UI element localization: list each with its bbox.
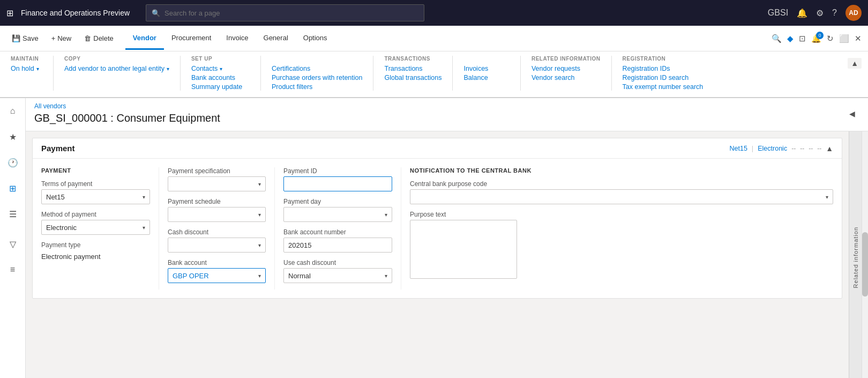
nav-invoice[interactable]: Invoice xyxy=(219,27,256,50)
ribbon-toolbar: 💾 Save + New 🗑 Delete Vendor Procurement… xyxy=(0,26,868,51)
save-label: Save xyxy=(23,34,39,42)
sidebar-workspace-icon[interactable]: ⊞ xyxy=(4,180,21,197)
purchase-orders-link[interactable]: Purchase orders with retention xyxy=(272,74,363,81)
vendor-requests-link[interactable]: Vendor requests xyxy=(532,65,601,72)
sidebar-home-icon[interactable]: ⌂ xyxy=(4,102,21,120)
purpose-text-input[interactable] xyxy=(410,220,517,279)
save-button[interactable]: 💾 Save xyxy=(6,31,44,46)
nav-procurement[interactable]: Procurement xyxy=(164,27,219,50)
on-hold-link[interactable]: On hold ▾ xyxy=(11,65,42,72)
sidebar-star-icon[interactable]: ★ xyxy=(4,128,21,145)
ribbon-group-setup2: Set up Certifications Purchase orders wi… xyxy=(261,56,374,91)
notification-group-title: NOTIFICATION TO THE CENTRAL BANK xyxy=(410,167,833,174)
central-bank-purpose-code-dropdown[interactable]: ▾ xyxy=(410,189,833,204)
invoices-link[interactable]: Invoices xyxy=(463,65,509,72)
use-cash-discount-label: Use cash discount xyxy=(283,259,392,266)
refresh-icon[interactable]: ↻ xyxy=(827,34,834,43)
delete-label: Delete xyxy=(93,34,114,42)
method-of-payment-dropdown[interactable]: Electronic ▾ xyxy=(41,220,150,235)
ribbon-group-transactions2: Transactions Invoices Balance xyxy=(453,56,520,91)
terms-chevron-icon: ▾ xyxy=(143,194,145,200)
help-icon[interactable]: ? xyxy=(832,8,837,18)
contacts-label: Contacts xyxy=(191,65,218,72)
vendor-search-link[interactable]: Vendor search xyxy=(532,74,601,81)
app-grid-icon[interactable]: ⊞ xyxy=(6,8,13,18)
certifications-label: Certifications xyxy=(272,65,310,72)
use-cash-discount-dropdown[interactable]: Normal ▾ xyxy=(283,268,392,283)
registration-ids-link[interactable]: Registration IDs xyxy=(623,65,704,72)
balance-link[interactable]: Balance xyxy=(463,74,509,81)
transactions-link[interactable]: Transactions xyxy=(384,65,442,72)
close-icon[interactable]: ✕ xyxy=(855,34,862,43)
ribbon-collapse-button[interactable]: ▲ xyxy=(848,58,862,69)
add-vendor-link[interactable]: Add vendor to another legal entity ▾ xyxy=(64,65,169,72)
on-hold-chevron: ▾ xyxy=(36,66,39,72)
registration-id-search-link[interactable]: Registration ID search xyxy=(623,74,704,81)
cash-discount-dropdown[interactable]: ▾ xyxy=(168,238,266,253)
registration-ids-label: Registration IDs xyxy=(623,65,670,72)
search-icon: 🔍 xyxy=(152,9,160,17)
new-button[interactable]: + New xyxy=(46,31,77,46)
add-vendor-chevron: ▾ xyxy=(167,66,169,72)
nav-general[interactable]: General xyxy=(256,27,296,50)
spec-chevron-icon: ▾ xyxy=(258,181,261,187)
ribbon-diamond-icon[interactable]: ◆ xyxy=(787,34,794,43)
sidebar-lines-icon[interactable]: ≡ xyxy=(4,261,21,278)
scrollbar-track[interactable] xyxy=(862,131,868,378)
payment-spec-dropdown[interactable]: ▾ xyxy=(168,176,266,191)
sidebar-history-icon[interactable]: 🕐 xyxy=(4,154,21,171)
payment-day-dropdown[interactable]: ▾ xyxy=(283,207,392,222)
payment-type-group: Payment type Electronic payment xyxy=(41,241,150,263)
search-bar[interactable]: 🔍 xyxy=(146,4,424,21)
delete-button[interactable]: 🗑 Delete xyxy=(79,31,119,46)
contacts-link[interactable]: Contacts ▾ xyxy=(191,65,250,72)
sidebar-filter-icon[interactable]: ▽ xyxy=(4,235,21,253)
ribbon-search-icon[interactable]: 🔍 xyxy=(772,34,782,43)
dropdown-ribbon: Maintain On hold ▾ Copy Add vendor to an… xyxy=(0,51,868,98)
search-input[interactable] xyxy=(164,9,418,17)
bank-accounts-link[interactable]: Bank accounts xyxy=(191,74,250,81)
open-new-icon[interactable]: ⬜ xyxy=(839,34,849,43)
scrollbar-thumb[interactable] xyxy=(862,232,868,297)
use-cash-discount-value: Normal xyxy=(288,272,311,280)
product-filters-link[interactable]: Product filters xyxy=(272,83,363,91)
bank-accounts-label: Bank accounts xyxy=(191,74,235,81)
settings-icon[interactable]: ⚙ xyxy=(816,8,824,18)
section-collapse-icon[interactable]: ▲ xyxy=(826,144,833,153)
user-avatar[interactable]: AD xyxy=(845,5,862,21)
global-transactions-link[interactable]: Global transactions xyxy=(384,74,442,81)
breadcrumb[interactable]: All vendors xyxy=(34,102,841,110)
bank-account-dropdown[interactable]: GBP OPER ▾ xyxy=(168,268,266,283)
sidebar-list-icon[interactable]: ☰ xyxy=(4,205,21,223)
delete-icon: 🗑 xyxy=(84,34,91,42)
right-panel[interactable]: Related information xyxy=(849,131,862,378)
payment-schedule-dropdown[interactable]: ▾ xyxy=(168,207,266,222)
payment-day-chevron-icon: ▾ xyxy=(385,212,387,218)
payment-id-input[interactable] xyxy=(283,176,392,191)
ribbon-nav: Vendor Procurement Invoice General Optio… xyxy=(125,27,335,50)
global-transactions-label: Global transactions xyxy=(384,74,442,81)
notification-icon[interactable]: 🔔 xyxy=(797,8,807,18)
vendor-requests-label: Vendor requests xyxy=(532,65,580,72)
terms-of-payment-dropdown[interactable]: Net15 ▾ xyxy=(41,189,150,204)
nav-options[interactable]: Options xyxy=(296,27,335,50)
electronic-tag[interactable]: Electronic xyxy=(758,145,787,152)
ribbon-pane-icon[interactable]: ⊡ xyxy=(799,34,806,43)
certifications-link[interactable]: Certifications xyxy=(272,65,363,72)
group-title-maintain: Maintain xyxy=(11,56,42,62)
save-icon: 💾 xyxy=(12,34,20,42)
page-header-collapse-icon[interactable]: ◀ xyxy=(847,107,857,120)
bank-account-number-label: Bank account number xyxy=(283,228,392,236)
product-filters-label: Product filters xyxy=(272,83,312,91)
right-panel-label: Related information xyxy=(852,227,859,288)
net15-tag[interactable]: Net15 xyxy=(730,145,747,152)
vendor-search-label: Vendor search xyxy=(532,74,575,81)
tax-exempt-link[interactable]: Tax exempt number search xyxy=(623,83,704,91)
bank-account-group: Bank account GBP OPER ▾ xyxy=(168,259,266,283)
summary-update-link[interactable]: Summary update xyxy=(191,83,250,91)
ribbon-group-transactions: Transactions Transactions Global transac… xyxy=(373,56,453,91)
bank-account-value: GBP OPER xyxy=(173,272,209,280)
bank-account-chevron-icon: ▾ xyxy=(258,273,261,279)
central-bank-purpose-code-label: Central bank purpose code xyxy=(410,180,833,188)
nav-vendor[interactable]: Vendor xyxy=(125,27,164,50)
